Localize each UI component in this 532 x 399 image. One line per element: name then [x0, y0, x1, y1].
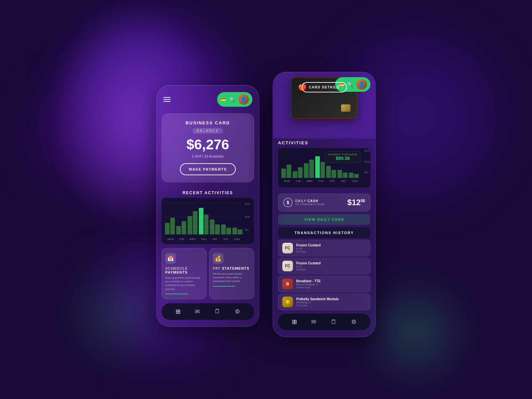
schedule-icon: 📅	[165, 253, 176, 264]
nav-grid-left[interactable]: ⊞	[176, 308, 181, 315]
schedule-line	[165, 294, 188, 294]
card-details-button[interactable]: CARD DETAILS	[302, 82, 347, 92]
nav-bar-left: ⊞ ✉ 🗒 ⚙	[162, 303, 254, 320]
y-label-200: $200	[245, 203, 250, 205]
make-payments-button[interactable]: MAKE PAYMENTS	[180, 163, 236, 175]
transaction-info-3: Breakfast - TTE Mount Prospect, IL Wedne…	[296, 279, 366, 289]
transaction-name-4: Potbelly Sandwich Workds	[296, 297, 366, 301]
transaction-info-1: Frozen Custard ct, IL Monday	[296, 243, 366, 253]
nav-doc-right[interactable]: 🗒	[331, 319, 337, 326]
transactions-title: TRANSACTIONS HISTORY	[278, 227, 370, 238]
bar-r-tue	[293, 167, 303, 178]
bar-sun-2	[238, 229, 242, 234]
schedule-payments-card[interactable]: 📅 SCHEDULE PAYMENTS Make payments automa…	[162, 248, 206, 299]
y-axis-labels: $200 $100 $50	[245, 203, 250, 231]
search-icon-left[interactable]: 🔍	[229, 97, 235, 102]
day-sat: SAT	[220, 238, 231, 241]
bar-group-sat	[221, 224, 231, 234]
day-tue: TUE	[176, 238, 187, 241]
nav-mail-right[interactable]: ✉	[311, 318, 316, 326]
schedule-title: SCHEDULE PAYMENTS	[165, 266, 203, 274]
card-title: BUSINESS CARD	[169, 120, 247, 125]
bar-r-thu	[315, 156, 325, 178]
transaction-breakfast[interactable]: B Breakfast - TTE Mount Prospect, IL Wed…	[278, 276, 370, 292]
transaction-loc-3: Mount Prospect, IL	[296, 283, 366, 286]
statements-title: PAY STATEMENTS	[213, 266, 250, 270]
hamburger-menu[interactable]	[163, 97, 171, 102]
transaction-name-1: Frozen Custard	[296, 243, 366, 247]
daily-cash-transactions: 19 TRANSACTIONS	[295, 203, 325, 206]
bg-blob-5	[366, 283, 466, 382]
transaction-name-2: Frozen Custard	[296, 261, 366, 265]
y-label-100: $100	[245, 216, 250, 218]
day-fri: FRI	[209, 238, 220, 241]
transaction-frozen-2[interactable]: FC Frozen Custard ct, IL Monday	[278, 258, 370, 274]
nav-settings-left[interactable]: ⚙	[235, 308, 240, 315]
phone-left: 💳 🔍 👤 BUSINESS CARD BALANCE $6,276 2,404…	[156, 85, 259, 327]
pay-statements-card[interactable]: 💰 PAY STATEMENTS Review and authenticate…	[209, 248, 254, 299]
bar-tue-1	[176, 226, 181, 234]
balance-label: BALANCE	[193, 128, 223, 134]
transaction-loc-1: ct, IL	[296, 247, 366, 250]
avatar-right[interactable]: 👤	[356, 79, 367, 90]
nav-settings-right[interactable]: ⚙	[351, 318, 356, 326]
avatar-left[interactable]: 👤	[238, 94, 249, 105]
grid-line-bot	[165, 227, 242, 227]
nav-grid-right[interactable]: ⊞	[292, 318, 297, 326]
bar-wed-1	[188, 216, 192, 234]
view-daily-cash-button[interactable]: VIEW DAILY CASH	[278, 214, 370, 225]
nav-doc-left[interactable]: 🗒	[214, 308, 220, 315]
transaction-logo-4: P	[282, 297, 293, 307]
highest-label: HIGHEST PURCHASE	[328, 153, 357, 156]
bar-group-mon	[165, 218, 175, 234]
bar-sun-1	[232, 228, 237, 234]
daily-cash-info: DAILY CASH 19 TRANSACTIONS	[295, 199, 325, 206]
chart-right: HIGHEST PURCHASE $90.56	[278, 148, 370, 188]
bar-group-thu	[199, 208, 209, 234]
card-icon-left[interactable]: 💳	[220, 97, 226, 102]
y-label-50: $50	[245, 229, 250, 231]
grid-line-top	[165, 203, 242, 203]
bg-blob-6	[66, 266, 166, 366]
daily-cash-amount: $1258	[347, 198, 365, 207]
highest-amount: $90.56	[328, 156, 357, 161]
activities-right: ACTIVITIES HIGHEST PURCHASE $90.56	[273, 139, 375, 191]
transaction-loc-4: Wheeling, IL	[296, 301, 366, 304]
bar-mon-1	[165, 223, 170, 234]
schedule-desc: Make payments automatically on a monthly…	[165, 276, 203, 291]
activities-title-left: RECENT ACTIVITIES	[157, 186, 259, 198]
dollar-icon: $	[283, 198, 293, 207]
bar-r-sat	[337, 170, 347, 178]
transaction-potbelly[interactable]: P Potbelly Sandwich Workds Wheeling, IL …	[278, 294, 370, 310]
bar-sat-1	[221, 224, 226, 234]
chart-inner-left: $200 $100 $50	[165, 203, 251, 236]
bar-group-wed	[188, 211, 198, 234]
day-thu: THU	[198, 238, 209, 241]
day-sun: SUN	[231, 238, 242, 241]
chart-days-left: MON TUE WED THU FRI SAT SUN	[165, 236, 251, 242]
transaction-logo-3: B	[282, 279, 293, 289]
card-details-section: CARD DETAILS 🍎 💳 🔍 👤	[273, 72, 375, 139]
bar-r-wed	[304, 160, 314, 178]
potbelly-logo-svg: P	[284, 299, 291, 305]
bar-r-mon	[281, 165, 291, 178]
nav-bar-right: ⊞ ✉ 🗒 ⚙	[278, 314, 370, 330]
balance-amount: $6,276	[169, 137, 247, 153]
search-icon-right[interactable]: 🔍	[347, 82, 353, 87]
day-wed: WED	[187, 238, 198, 241]
transaction-info-2: Frozen Custard ct, IL Monday	[296, 261, 366, 271]
statements-icon: 💰	[213, 253, 223, 264]
statements-line	[213, 286, 235, 287]
transaction-name-3: Breakfast - TTE	[296, 279, 366, 283]
top-bar-left: 💳 🔍 👤	[157, 85, 259, 110]
transaction-frozen-1[interactable]: FC Frozen Custard ct, IL Monday	[278, 240, 370, 256]
nav-mail-left[interactable]: ✉	[195, 308, 200, 315]
bar-thu-1	[199, 208, 203, 234]
activities-title-right: ACTIVITIES	[278, 140, 370, 145]
daily-cash-left: $ DAILY CASH 19 TRANSACTIONS	[283, 198, 325, 207]
bar-sat-2	[226, 228, 231, 234]
bar-group-sun	[232, 228, 242, 234]
transaction-info-4: Potbelly Sandwich Workds Wheeling, IL Th…	[296, 297, 366, 307]
y-axis-right: $200 $100 $50	[364, 150, 370, 174]
bars-area-left	[165, 203, 251, 234]
